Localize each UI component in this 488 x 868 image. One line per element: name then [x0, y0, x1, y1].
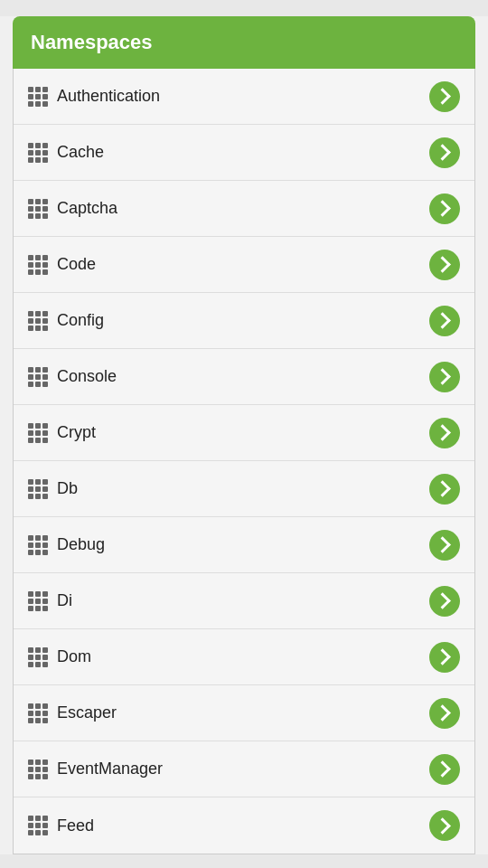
grid-icon [28, 535, 48, 555]
item-label: Cache [57, 143, 104, 162]
list-item[interactable]: Feed [14, 797, 474, 854]
chevron-right-icon[interactable] [429, 754, 460, 785]
item-left: Cache [28, 143, 104, 163]
item-left: Code [28, 255, 96, 275]
item-label: Feed [57, 816, 94, 835]
item-label: Db [57, 479, 78, 498]
header-title: Namespaces [31, 31, 153, 54]
item-left: Captcha [28, 199, 117, 219]
list-item[interactable]: Db [14, 461, 474, 517]
chevron-right-icon[interactable] [429, 418, 460, 448]
chevron-right-icon[interactable] [429, 362, 460, 392]
chevron-right-icon[interactable] [429, 193, 460, 224]
grid-icon [28, 255, 48, 275]
chevron-right-icon[interactable] [429, 698, 460, 729]
list-item[interactable]: Console [14, 349, 474, 405]
list-item[interactable]: Debug [14, 517, 474, 573]
grid-icon [28, 591, 48, 611]
item-left: Dom [28, 647, 91, 667]
item-label: EventManager [57, 760, 163, 778]
chevron-right-icon[interactable] [429, 250, 460, 280]
item-label: Dom [57, 647, 91, 666]
grid-icon [28, 760, 48, 779]
item-left: Debug [28, 535, 105, 555]
list-item[interactable]: Config [14, 293, 474, 349]
list-item[interactable]: Di [14, 573, 474, 629]
grid-icon [28, 647, 48, 667]
list-item[interactable]: Dom [14, 629, 474, 685]
list-item[interactable]: Cache [14, 125, 474, 181]
item-left: Authentication [28, 87, 160, 107]
item-left: Di [28, 591, 72, 611]
grid-icon [28, 311, 48, 331]
item-left: Escaper [28, 703, 117, 723]
chevron-right-icon[interactable] [429, 642, 460, 673]
list-item[interactable]: Escaper [14, 685, 474, 741]
chevron-right-icon[interactable] [429, 137, 460, 168]
item-label: Authentication [57, 87, 160, 106]
grid-icon [28, 199, 48, 219]
chevron-right-icon[interactable] [429, 474, 460, 505]
item-label: Di [57, 591, 72, 610]
item-label: Config [57, 311, 104, 330]
item-left: Console [28, 367, 117, 387]
list-item[interactable]: EventManager [14, 741, 474, 797]
grid-icon [28, 143, 48, 163]
item-left: Db [28, 479, 78, 499]
chevron-right-icon[interactable] [429, 81, 460, 112]
item-label: Console [57, 367, 117, 386]
item-left: Crypt [28, 423, 96, 443]
list-item[interactable]: Crypt [14, 405, 474, 461]
grid-icon [28, 423, 48, 443]
list-item[interactable]: Captcha [14, 181, 474, 237]
item-label: Debug [57, 535, 105, 554]
item-label: Captcha [57, 199, 117, 218]
namespace-list: AuthenticationCacheCaptchaCodeConfigCons… [13, 69, 475, 854]
item-left: Config [28, 311, 104, 331]
chevron-right-icon[interactable] [429, 810, 460, 841]
chevron-right-icon[interactable] [429, 306, 460, 336]
list-item[interactable]: Authentication [14, 69, 474, 125]
namespaces-container: Namespaces AuthenticationCacheCaptchaCod… [0, 16, 488, 854]
item-left: Feed [28, 816, 94, 835]
header: Namespaces [13, 16, 475, 69]
item-left: EventManager [28, 760, 163, 779]
grid-icon [28, 367, 48, 387]
chevron-right-icon[interactable] [429, 586, 460, 617]
grid-icon [28, 87, 48, 107]
chevron-right-icon[interactable] [429, 530, 460, 561]
list-item[interactable]: Code [14, 237, 474, 293]
grid-icon [28, 816, 48, 835]
item-label: Escaper [57, 703, 117, 722]
item-label: Code [57, 255, 96, 274]
item-label: Crypt [57, 423, 96, 442]
grid-icon [28, 479, 48, 499]
grid-icon [28, 703, 48, 723]
